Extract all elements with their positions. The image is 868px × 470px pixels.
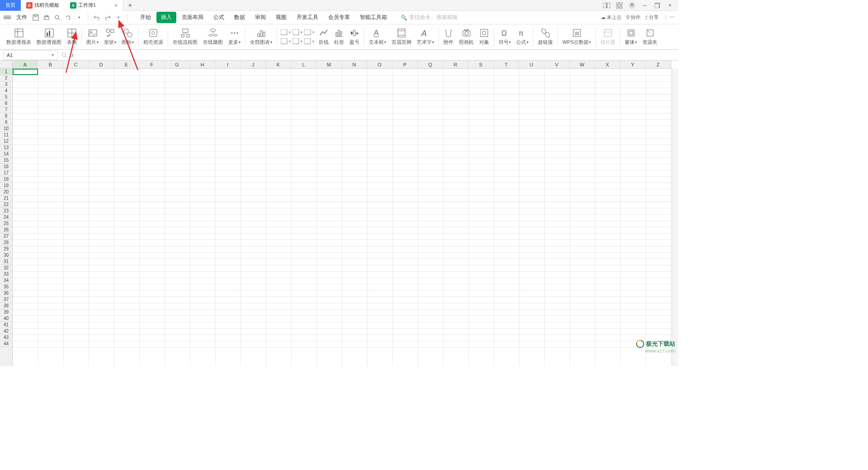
ribbon-资源夹[interactable]: 资源夹	[640, 25, 660, 49]
ribbon-图标[interactable]: 图标▾	[119, 25, 137, 49]
col-header-J[interactable]: J	[241, 61, 266, 68]
share-button[interactable]: ⤴ 分享	[645, 14, 659, 21]
ribbon-页眉页脚[interactable]: 页眉页脚	[389, 25, 414, 49]
ribbon-tab-0[interactable]: 开始	[136, 12, 156, 23]
qat-dropdown[interactable]: ▾	[74, 13, 84, 23]
tab-workbook[interactable]: S 工作簿1 ×	[65, 0, 123, 11]
row-header-38[interactable]: 38	[0, 303, 12, 309]
row-header-39[interactable]: 39	[0, 309, 12, 315]
tab-home[interactable]: 首页	[0, 0, 21, 11]
name-box[interactable]: A1 ▼	[4, 50, 58, 60]
ribbon-全部图表[interactable]: 全部图表▾	[247, 25, 275, 49]
apps-icon[interactable]	[615, 1, 624, 10]
ribbon-公式[interactable]: π公式▾	[514, 25, 531, 49]
row-header-4[interactable]: 4	[0, 88, 12, 94]
ribbon-tab-8[interactable]: 会员专享	[324, 12, 354, 23]
col-header-T[interactable]: T	[494, 61, 519, 68]
col-header-U[interactable]: U	[519, 61, 544, 68]
row-header-7[interactable]: 7	[0, 107, 12, 113]
preview-icon[interactable]	[52, 13, 62, 23]
col-header-F[interactable]: F	[139, 61, 165, 68]
row-header-25[interactable]: 25	[0, 221, 12, 227]
more-menu[interactable]: ⋮ ﹀	[663, 14, 675, 21]
ribbon-艺术字[interactable]: A艺术字▾	[414, 25, 437, 49]
ribbon-盈亏[interactable]: 盈亏	[347, 25, 362, 49]
add-tab-button[interactable]: +	[123, 1, 137, 9]
row-header-6[interactable]: 6	[0, 100, 12, 107]
row-header-18[interactable]: 18	[0, 176, 12, 183]
row-header-42[interactable]: 42	[0, 328, 12, 334]
ribbon-在线脑图[interactable]: 在线脑图	[200, 25, 226, 49]
maximize-button[interactable]	[653, 1, 662, 10]
col-header-Q[interactable]: Q	[418, 61, 443, 68]
col-header-N[interactable]: N	[342, 61, 367, 68]
grid[interactable]	[13, 69, 672, 366]
col-header-L[interactable]: L	[291, 61, 316, 68]
fx-icon[interactable]: fx	[70, 52, 74, 58]
ribbon-对象[interactable]: 对象	[476, 25, 492, 49]
row-header-11[interactable]: 11	[0, 132, 12, 138]
row-header-13[interactable]: 13	[0, 145, 12, 151]
col-header-M[interactable]: M	[316, 61, 342, 68]
row-header-28[interactable]: 28	[0, 240, 12, 246]
row-header-12[interactable]: 12	[0, 138, 12, 145]
ribbon-tab-1[interactable]: 插入	[156, 12, 176, 23]
row-header-3[interactable]: 3	[0, 81, 12, 88]
row-header-15[interactable]: 15	[0, 157, 12, 164]
hamburger-icon[interactable]	[4, 16, 11, 19]
mini-chart-4[interactable]: ▾	[292, 38, 302, 46]
undo-icon[interactable]	[92, 13, 102, 23]
row-header-30[interactable]: 30	[0, 252, 12, 258]
row-header-31[interactable]: 31	[0, 258, 12, 265]
row-header-40[interactable]: 40	[0, 315, 12, 322]
select-all-corner[interactable]	[0, 61, 13, 69]
vertical-scrollbar[interactable]	[672, 69, 678, 366]
close-icon[interactable]: ×	[114, 2, 118, 9]
ribbon-数据透视图[interactable]: 数据透视图	[34, 25, 64, 49]
ribbon-照相机[interactable]: 照相机	[456, 25, 476, 49]
row-header-1[interactable]: 1	[0, 69, 12, 75]
ribbon-tab-3[interactable]: 公式	[209, 12, 229, 23]
ribbon-数据透视表[interactable]: 数据透视表	[4, 25, 34, 49]
ribbon-tab-2[interactable]: 页面布局	[177, 12, 208, 23]
row-header-2[interactable]: 2	[0, 75, 12, 81]
ribbon-文本框[interactable]: A文本框▾	[366, 25, 389, 49]
ribbon-tab-7[interactable]: 开发工具	[292, 12, 323, 23]
file-menu[interactable]: 文件	[14, 14, 30, 21]
row-header-43[interactable]: 43	[0, 334, 12, 341]
ribbon-切片器[interactable]: 切片器	[598, 25, 618, 49]
ribbon-WPS云数据[interactable]: WWPS云数据▾	[560, 25, 594, 49]
col-header-R[interactable]: R	[443, 61, 468, 68]
collab-button[interactable]: ⚲ 协作	[626, 14, 641, 21]
row-header-19[interactable]: 19	[0, 183, 12, 189]
col-header-A[interactable]: A	[13, 61, 38, 68]
row-header-20[interactable]: 20	[0, 189, 12, 195]
save-icon[interactable]	[31, 13, 41, 23]
search-area[interactable]: 🔍 查找命令、搜索模板	[401, 14, 458, 21]
col-header-X[interactable]: X	[595, 61, 620, 68]
row-header-14[interactable]: 14	[0, 151, 12, 157]
row-header-10[interactable]: 10	[0, 126, 12, 132]
layout-icon[interactable]	[602, 1, 611, 10]
refresh-icon[interactable]	[63, 13, 73, 23]
col-header-P[interactable]: P	[392, 61, 418, 68]
row-header-8[interactable]: 8	[0, 113, 12, 119]
minimize-button[interactable]: ─	[640, 1, 649, 10]
ribbon-tab-6[interactable]: 视图	[271, 12, 291, 23]
row-header-22[interactable]: 22	[0, 202, 12, 208]
ribbon-窗体[interactable]: 窗体▾	[622, 25, 640, 49]
col-header-V[interactable]: V	[544, 61, 570, 68]
ribbon-tab-9[interactable]: 智能工具箱	[355, 12, 392, 23]
col-header-K[interactable]: K	[266, 61, 291, 68]
row-header-41[interactable]: 41	[0, 322, 12, 328]
col-header-E[interactable]: E	[114, 61, 139, 68]
ribbon-符号[interactable]: Ω符号▾	[496, 25, 514, 49]
mini-chart-2[interactable]: ▾	[304, 28, 314, 37]
ribbon-在线流程图[interactable]: 在线流程图	[170, 25, 200, 49]
ribbon-tab-4[interactable]: 数据	[230, 12, 250, 23]
ribbon-表格[interactable]: 表格	[64, 25, 80, 49]
row-header-35[interactable]: 35	[0, 284, 12, 290]
col-header-W[interactable]: W	[570, 61, 595, 68]
ribbon-柱形[interactable]: 柱形	[331, 25, 347, 49]
row-header-27[interactable]: 27	[0, 233, 12, 240]
